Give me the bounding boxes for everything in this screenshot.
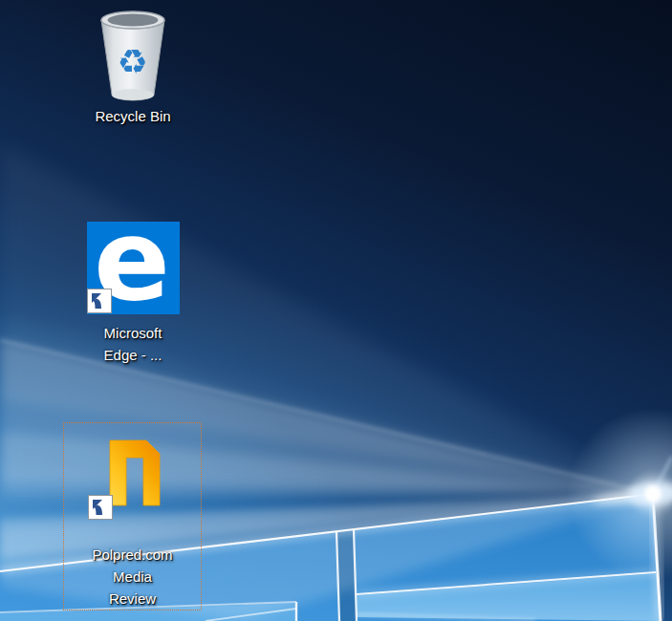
icon-label-microsoft-edge: Microsoft Edge - ... bbox=[64, 322, 202, 366]
label-line: Recycle Bin bbox=[64, 105, 202, 127]
shortcut-arrow-icon bbox=[88, 495, 113, 520]
label-line: Polpred.com bbox=[64, 544, 201, 566]
desktop-icon-microsoft-edge[interactable]: e Microsoft Edge - ... bbox=[63, 221, 203, 367]
recycle-symbol-icon: ♻ bbox=[118, 42, 148, 81]
windows-desktop: ♻ Recycle Bin e Microsoft Edge - ... bbox=[0, 0, 672, 621]
label-line: Microsoft bbox=[64, 322, 202, 344]
label-line: Review bbox=[64, 588, 201, 610]
desktop-icon-recycle-bin[interactable]: ♻ Recycle Bin bbox=[63, 10, 203, 128]
label-line: Media bbox=[64, 566, 201, 588]
icon-label-polpred: Polpred.com Media Review bbox=[64, 544, 201, 610]
polpred-logo-icon bbox=[108, 439, 162, 507]
icon-label-recycle-bin: Recycle Bin bbox=[64, 105, 202, 127]
label-line: Edge - ... bbox=[64, 344, 202, 366]
recycle-bin-icon: ♻ bbox=[85, 11, 181, 101]
shortcut-arrow-icon bbox=[87, 289, 112, 313]
desktop-icon-polpred-media-review[interactable]: Polpred.com Media Review bbox=[63, 422, 202, 610]
